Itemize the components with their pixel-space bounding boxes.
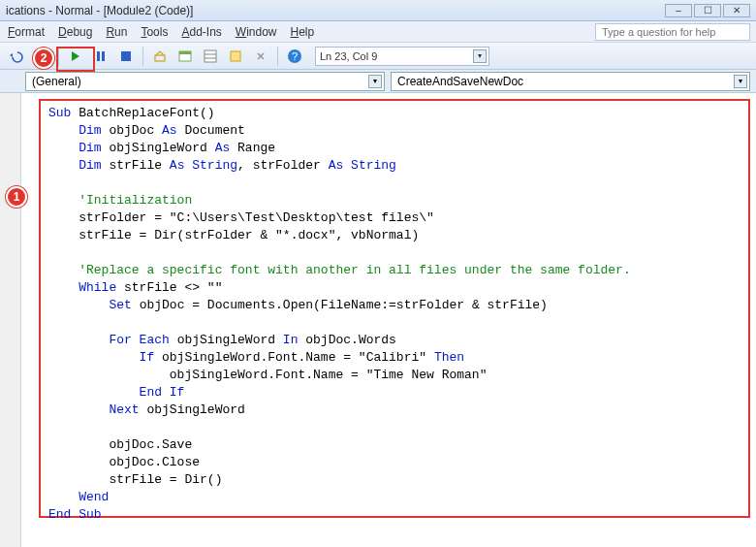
minimize-button[interactable]: – — [665, 4, 692, 17]
window-controls: – ☐ ✕ — [665, 4, 750, 17]
svg-rect-5 — [179, 51, 191, 54]
close-button[interactable]: ✕ — [723, 4, 750, 17]
menu-addins[interactable]: Add-Ins — [181, 25, 221, 39]
help-search-input[interactable] — [595, 23, 750, 41]
svg-rect-9 — [231, 51, 240, 61]
code-pane: Sub BatchReplaceFont() Dim objDoc As Doc… — [0, 93, 756, 547]
object-browser-icon[interactable] — [225, 46, 246, 67]
svg-rect-6 — [205, 50, 216, 62]
menubar: Format Debug Run Tools Add-Ins Window He… — [0, 21, 756, 43]
menu-format[interactable]: Format — [8, 25, 45, 39]
svg-rect-0 — [97, 51, 100, 61]
chevron-down-icon[interactable]: ▾ — [473, 49, 487, 63]
code-text[interactable]: Sub BatchReplaceFont() Dim objDoc As Doc… — [48, 105, 742, 524]
project-explorer-icon[interactable] — [174, 46, 196, 67]
stop-icon[interactable] — [115, 46, 137, 67]
undo-icon[interactable] — [6, 46, 27, 67]
cursor-position-label: Ln 23, Col 9 — [320, 50, 377, 62]
menu-debug[interactable]: Debug — [58, 25, 92, 39]
cursor-position[interactable]: Ln 23, Col 9 ▾ — [315, 47, 489, 66]
maximize-button[interactable]: ☐ — [694, 4, 721, 17]
svg-rect-2 — [121, 51, 131, 61]
menu-help[interactable]: Help — [291, 25, 315, 39]
menu-tools[interactable]: Tools — [141, 25, 168, 39]
chevron-down-icon[interactable]: ▾ — [368, 75, 382, 88]
toolbar: ? Ln 23, Col 9 ▾ — [0, 43, 756, 70]
design-mode-icon[interactable] — [149, 46, 171, 67]
object-proc-selectors: (General) ▾ CreateAndSaveNewDoc ▾ — [0, 70, 756, 93]
window-title: ications - Normal - [Module2 (Code)] — [6, 4, 193, 17]
object-selector-label: (General) — [32, 75, 81, 88]
menu-run[interactable]: Run — [106, 25, 127, 39]
svg-text:?: ? — [292, 50, 298, 62]
annotation-callout-2: 2 — [33, 48, 54, 69]
help-icon[interactable]: ? — [284, 46, 305, 67]
svg-rect-1 — [102, 51, 105, 61]
object-selector[interactable]: (General) ▾ — [25, 72, 385, 91]
margin-gutter — [0, 93, 21, 547]
svg-rect-3 — [155, 55, 165, 61]
toolbox-icon[interactable] — [250, 46, 271, 67]
chevron-down-icon[interactable]: ▾ — [734, 75, 747, 88]
properties-icon[interactable] — [200, 46, 221, 67]
procedure-selector-label: CreateAndSaveNewDoc — [397, 75, 523, 88]
annotation-highlight-run — [56, 47, 95, 72]
procedure-selector[interactable]: CreateAndSaveNewDoc ▾ — [391, 72, 750, 91]
menu-window[interactable]: Window — [236, 25, 277, 39]
annotation-callout-1: 1 — [6, 186, 27, 208]
titlebar: ications - Normal - [Module2 (Code)] – ☐… — [0, 0, 756, 21]
separator — [142, 47, 143, 66]
separator — [277, 47, 278, 66]
code-area[interactable]: Sub BatchReplaceFont() Dim objDoc As Doc… — [21, 93, 756, 547]
